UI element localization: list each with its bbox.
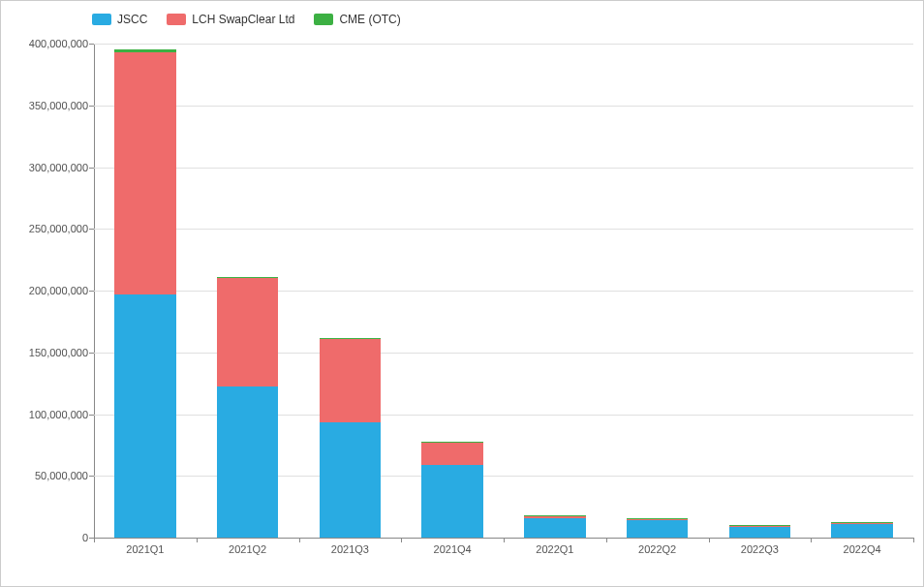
x-tick-label: 2021Q1 — [126, 543, 164, 555]
y-tick-label: 100,000,000 — [7, 409, 88, 420]
legend-swatch — [314, 14, 333, 25]
bar-segment[interactable] — [217, 277, 278, 278]
x-tick-label: 2022Q3 — [741, 543, 779, 555]
x-tick-mark — [504, 538, 505, 542]
x-tick-mark — [913, 538, 914, 542]
chart-container: JSCCLCH SwapClear LtdCME (OTC) 050,000,0… — [0, 0, 924, 587]
legend-item[interactable]: JSCC — [92, 13, 147, 26]
x-tick-mark — [401, 538, 402, 542]
bar-segment[interactable] — [114, 49, 175, 52]
y-tick-label: 50,000,000 — [7, 470, 88, 481]
bar-segment[interactable] — [320, 339, 381, 423]
legend-label: CME (OTC) — [339, 13, 400, 26]
y-tick-label: 0 — [7, 532, 88, 543]
x-tick-mark — [606, 538, 607, 542]
bar-segment[interactable] — [421, 465, 482, 538]
y-tick-label: 300,000,000 — [7, 162, 88, 173]
bar-segment[interactable] — [524, 518, 585, 538]
x-tick-label: 2022Q4 — [844, 543, 881, 555]
legend-label: JSCC — [117, 13, 147, 26]
legend-item[interactable]: CME (OTC) — [314, 13, 400, 26]
x-tick-label: 2022Q2 — [638, 543, 676, 555]
y-tick-label: 250,000,000 — [7, 223, 88, 234]
bar-segment[interactable] — [524, 515, 585, 516]
x-tick-mark — [94, 538, 95, 542]
bar-segment[interactable] — [729, 527, 790, 538]
bar-segment[interactable] — [217, 278, 278, 386]
x-tick-label: 2021Q4 — [434, 543, 472, 555]
legend-label: LCH SwapClear Ltd — [192, 13, 294, 26]
plot-area — [94, 44, 913, 538]
bar-segment[interactable] — [320, 338, 381, 339]
legend-swatch — [167, 14, 186, 25]
legend: JSCCLCH SwapClear LtdCME (OTC) — [92, 13, 401, 26]
bar-segment[interactable] — [320, 422, 381, 538]
bar-segment[interactable] — [114, 52, 175, 294]
bar-segment[interactable] — [729, 525, 790, 526]
x-tick-mark — [197, 538, 198, 542]
y-tick-label: 400,000,000 — [7, 38, 88, 49]
legend-item[interactable]: LCH SwapClear Ltd — [167, 13, 294, 26]
bar-segment[interactable] — [627, 518, 688, 519]
bar-segment[interactable] — [114, 294, 175, 538]
bar-segment[interactable] — [421, 442, 482, 443]
y-tick-label: 150,000,000 — [7, 347, 88, 358]
x-tick-label: 2022Q1 — [536, 543, 573, 555]
bar-segment[interactable] — [524, 516, 585, 517]
x-tick-mark — [811, 538, 812, 542]
y-tick-label: 350,000,000 — [7, 100, 88, 111]
bar-segment[interactable] — [831, 522, 892, 523]
bar-segment[interactable] — [217, 386, 278, 538]
bar-segment[interactable] — [627, 519, 688, 520]
legend-swatch — [92, 14, 111, 25]
x-tick-label: 2021Q3 — [331, 543, 369, 555]
x-tick-mark — [299, 538, 300, 542]
x-tick-mark — [709, 538, 710, 542]
bar-segment[interactable] — [627, 520, 688, 538]
bar-segment[interactable] — [421, 443, 482, 465]
x-tick-label: 2021Q2 — [229, 543, 266, 555]
y-tick-label: 200,000,000 — [7, 285, 88, 296]
bar-segment[interactable] — [831, 524, 892, 538]
bars-layer — [94, 44, 913, 538]
